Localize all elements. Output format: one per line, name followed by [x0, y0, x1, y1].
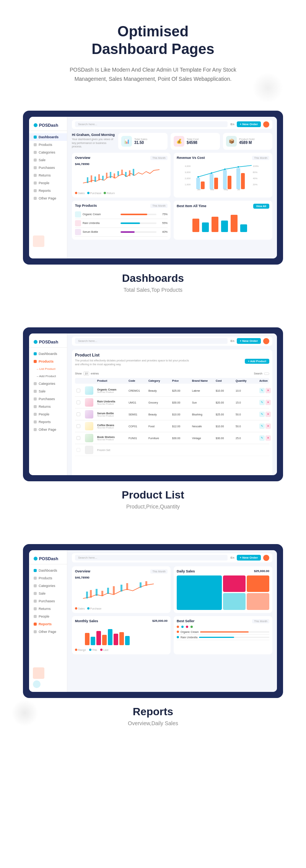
best-seller-filter[interactable]: This Month [252, 619, 269, 623]
svg-rect-52 [145, 581, 147, 586]
treemap-cell-pink [223, 575, 246, 592]
row-checkbox-1[interactable] [76, 389, 80, 392]
product-list-section: POSDash Dashboards Products – List Produ… [0, 316, 306, 533]
rp-label-people: People [39, 615, 49, 618]
rp-sidebar-sale[interactable]: Sale [29, 590, 67, 597]
delete-btn-5[interactable]: ✕ [265, 435, 271, 441]
sidebar-item-people[interactable]: People [29, 179, 67, 187]
sidebar-item-purchases[interactable]: Purchases [29, 164, 67, 172]
col-check [76, 379, 84, 382]
pl-sidebar-sale[interactable]: Sale [29, 387, 67, 395]
search-box[interactable]: Search here... [75, 121, 228, 127]
tp-name-2: Rain Umbrella [83, 222, 119, 224]
pl-sidebar-add-product[interactable]: – Add Product [29, 373, 67, 380]
pl-sidebar-other[interactable]: Other Page [29, 426, 67, 433]
product-sub-5: Nice list Product [97, 438, 128, 441]
pl-sidebar-dashboards[interactable]: Dashboards [29, 350, 67, 358]
reports-charts-row: Overview This Month $46,78990 [72, 566, 272, 613]
rp-other-icon [34, 630, 37, 633]
rp-sidebar-dashboards[interactable]: Dashboards [29, 567, 67, 574]
delete-btn-3[interactable]: ✕ [265, 412, 271, 417]
pl-sidebar-list-product[interactable]: – List Product [29, 365, 67, 373]
rp-legend-2: Purchase [87, 607, 102, 610]
col-price: Price [172, 379, 191, 382]
row-checkbox-3[interactable] [76, 412, 80, 416]
sale-icon [34, 159, 37, 162]
pl-sidebar-returns[interactable]: Returns [29, 403, 67, 410]
entries-label: entries [91, 372, 99, 375]
top-products-filter[interactable]: This Month [150, 204, 168, 208]
new-order-button[interactable]: + New Order [237, 121, 261, 127]
rp-label-sale: Sale [39, 592, 46, 595]
rp-sidebar-categories[interactable]: Categories [29, 582, 67, 590]
sidebar-item-returns[interactable]: Returns [29, 172, 67, 179]
product-list-label: Product List Product,Price,Quantity [15, 481, 291, 513]
product-avatar[interactable] [263, 338, 269, 344]
svg-rect-44 [90, 590, 92, 598]
product-new-order[interactable]: + New Order [237, 338, 261, 344]
product-category-3: Beauty [148, 413, 171, 416]
svg-rect-42 [240, 224, 247, 232]
col-code: Code [129, 379, 148, 382]
user-avatar[interactable] [263, 121, 269, 128]
pl-sidebar-purchases[interactable]: Purchases [29, 395, 67, 403]
topbar-actions: En + New Order [231, 121, 269, 128]
pl-label-sale: Sale [39, 389, 46, 393]
reports-overview-filter[interactable]: This Month [150, 569, 168, 574]
delete-btn-1[interactable]: ✕ [265, 388, 271, 393]
delete-btn-2[interactable]: ✕ [265, 400, 271, 405]
product-name-text-1: Organic Cream [97, 388, 128, 391]
edit-btn-1[interactable]: ✎ [259, 388, 265, 393]
pl-sidebar-products[interactable]: Products [29, 358, 67, 365]
daily-sales-header: Daily Sales $25,000.00 [177, 569, 269, 573]
sidebar-item-sale[interactable]: Sale [29, 156, 67, 164]
ms-legend-2: This [89, 649, 97, 651]
product-list-title: Product List [75, 353, 269, 357]
total-cost-label: Total Cost [187, 138, 199, 141]
edit-btn-3[interactable]: ✎ [259, 412, 265, 417]
rp-sidebar-reports[interactable]: Reports [29, 620, 67, 628]
delete-btn-4[interactable]: ✕ [265, 423, 271, 429]
row-checkbox-5[interactable] [76, 436, 80, 440]
sidebar-item-reports[interactable]: Reports [29, 187, 67, 195]
pl-sidebar-people[interactable]: People [29, 410, 67, 418]
sidebar-item-other[interactable]: Other Page [29, 195, 67, 202]
svg-point-26 [211, 172, 212, 174]
row-checkbox-6[interactable] [76, 448, 80, 452]
rp-sidebar-returns[interactable]: Returns [29, 605, 67, 613]
rp-sidebar-other[interactable]: Other Page [29, 628, 67, 636]
top-product-row-3: Serum Bottle 40% [75, 228, 168, 237]
row-checkbox-4[interactable] [76, 424, 80, 428]
edit-btn-2[interactable]: ✎ [259, 400, 265, 405]
reports-heading: Reports [15, 706, 291, 718]
rp-sidebar-purchases[interactable]: Purchases [29, 597, 67, 605]
product-name-text-3: Serum Bottle [97, 412, 128, 415]
rp-sidebar-products[interactable]: Products [29, 574, 67, 582]
rp-sale-icon [34, 592, 37, 595]
reports-new-order[interactable]: + New Order [237, 555, 261, 561]
table-search-input[interactable] [264, 373, 269, 375]
view-all-button[interactable]: View All [253, 204, 269, 209]
add-product-button[interactable]: + Add Product [245, 359, 269, 364]
sidebar-item-categories[interactable]: Categories [29, 149, 67, 156]
product-search[interactable]: Search here... [75, 338, 228, 344]
edit-btn-5[interactable]: ✎ [259, 435, 265, 441]
sidebar-item-products[interactable]: Products [29, 141, 67, 149]
svg-rect-19 [210, 174, 213, 189]
entries-select[interactable]: 10 [83, 371, 90, 376]
reports-search[interactable]: Search here... [75, 555, 228, 561]
sidebar-item-dashboards[interactable]: Dashboards [29, 133, 67, 141]
product-cost-5: $30.00 [216, 437, 235, 440]
edit-btn-4[interactable]: ✎ [259, 423, 265, 429]
treemap-cell-light-orange [247, 593, 269, 610]
revenue-filter[interactable]: This Month [252, 156, 269, 160]
pl-sidebar-categories[interactable]: Categories [29, 380, 67, 387]
reports-avatar[interactable] [263, 555, 269, 561]
svg-rect-40 [221, 221, 228, 232]
pl-products-icon [34, 360, 37, 363]
rp-sidebar-people[interactable]: People [29, 613, 67, 620]
row-checkbox-2[interactable] [76, 400, 80, 404]
overview-filter[interactable]: This Month [150, 156, 168, 160]
products-icon [34, 143, 37, 146]
pl-sidebar-reports[interactable]: Reports [29, 418, 67, 426]
